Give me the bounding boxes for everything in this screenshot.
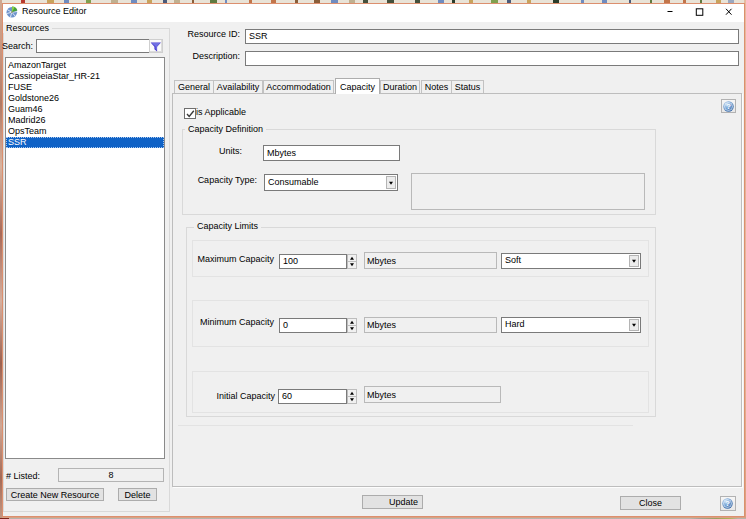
svg-text:?: ?	[725, 499, 730, 508]
svg-text:?: ?	[726, 102, 731, 111]
